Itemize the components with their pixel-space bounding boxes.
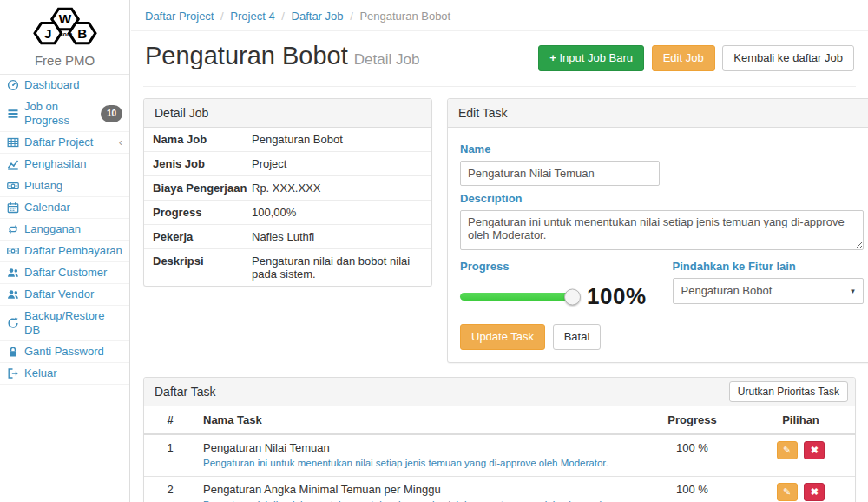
jwb-logo-icon: W J B .com	[16, 4, 114, 50]
chart-line-icon	[7, 158, 19, 170]
sidebar-item-daftar-pembayaran[interactable]: Daftar Pembayaran	[0, 241, 129, 262]
progress-label: Progress	[460, 260, 647, 273]
detail-row-biaya: Biaya Pengerjaan Rp. XXX.XXX	[144, 176, 431, 201]
sidebar-item-piutang[interactable]: Piutang	[0, 175, 129, 197]
pencil-icon: ✎	[783, 486, 791, 498]
progress-slider[interactable]	[460, 293, 573, 301]
task-name-input[interactable]	[460, 161, 660, 186]
sidebar-item-label: Daftar Customer	[24, 266, 107, 280]
chevron-left-icon: ‹	[119, 137, 122, 148]
sidebar-item-label: Ganti Password	[24, 345, 104, 359]
task-description: Pengaturan ini untuk menentukan nilai se…	[203, 457, 631, 469]
breadcrumb-separator: /	[278, 10, 288, 23]
description-label: Description	[460, 192, 864, 205]
task-num: 1	[144, 434, 196, 477]
breadcrumb: Daftar Project / Project 4 / Daftar Job …	[131, 0, 868, 31]
column-header-pilihan: Pilihan	[746, 406, 855, 434]
input-job-baru-button[interactable]: + Input Job Baru	[538, 45, 644, 71]
brand-name: Free PMO	[0, 53, 129, 68]
logo-letter-b: B	[77, 26, 87, 41]
kembali-ke-daftar-job-button[interactable]: Kembali ke daftar Job	[722, 45, 854, 71]
sidebar-item-label: Daftar Project	[24, 135, 93, 149]
pencil-icon: ✎	[783, 445, 791, 456]
sidebar: W J B .com Free PMO Dashboard Job on Pro…	[0, 0, 130, 502]
edit-task-button[interactable]: ✎	[777, 483, 798, 501]
sidebar-item-label: Piutang	[24, 179, 62, 193]
breadcrumb-separator: /	[217, 10, 227, 23]
lock-icon	[7, 346, 19, 358]
sidebar-item-label: Job on Progress	[24, 100, 95, 128]
column-header-num: #	[144, 406, 196, 434]
column-header-progress: Progress	[638, 406, 746, 434]
header-actions: + Input Job Baru Edit Job Kembali ke daf…	[538, 45, 854, 71]
column-header-nama-task: Nama Task	[196, 406, 638, 434]
move-feature-label: Pindahkan ke Fitur lain	[673, 260, 864, 273]
money-icon	[7, 245, 19, 257]
breadcrumb-current: Pengaturan Bobot	[359, 10, 450, 23]
sidebar-item-label: Langganan	[24, 222, 81, 236]
logo-letter-w: W	[58, 11, 71, 26]
page-title-text: Pengaturan Bobot	[145, 42, 348, 69]
sidebar-item-label: Penghasilan	[24, 157, 87, 171]
detail-row-nama-job: Nama Job Pengaturan Bobot	[144, 128, 431, 152]
delete-task-button[interactable]: ✖	[804, 441, 825, 459]
sidebar-item-daftar-project[interactable]: Daftar Project ‹	[0, 132, 129, 154]
sidebar-item-langganan[interactable]: Langganan	[0, 219, 129, 241]
plus-icon: +	[549, 51, 556, 64]
x-icon: ✖	[811, 486, 819, 498]
sidebar-item-keluar[interactable]: Keluar	[0, 363, 129, 385]
sidebar-item-ganti-password[interactable]: Ganti Password	[0, 341, 129, 363]
refresh-icon	[7, 317, 19, 329]
task-description-textarea[interactable]: Pengaturan ini untuk menentukan nilai se…	[460, 210, 864, 250]
sidebar-item-label: Daftar Pembayaran	[24, 244, 122, 258]
sidebar-item-penghasilan[interactable]: Penghasilan	[0, 154, 129, 175]
page-subtitle: Detail Job	[354, 51, 420, 68]
detail-row-progress: Progress 100,00%	[144, 201, 431, 225]
sidebar-item-dashboard[interactable]: Dashboard	[0, 75, 129, 96]
task-progress: 100 %	[638, 477, 746, 502]
sign-out-icon	[7, 367, 19, 380]
update-task-button[interactable]: Update Task	[460, 324, 545, 350]
detail-row-pekerja: Pekerja Nafies Luthfi	[144, 225, 431, 249]
daftar-task-panel-title: Daftar Task	[155, 385, 216, 399]
sidebar-item-daftar-customer[interactable]: Daftar Customer	[0, 262, 129, 284]
table-icon	[7, 136, 19, 149]
sidebar-item-label: Backup/Restore DB	[24, 309, 122, 337]
daftar-task-panel: Daftar Task Urutkan Prioritas Task # Nam…	[143, 377, 856, 502]
edit-task-panel-title: Edit Task	[448, 99, 868, 128]
main-area: Daftar Project / Project 4 / Daftar Job …	[131, 0, 868, 502]
task-description: Pengaturan ini diperlukan untuk menetuka…	[203, 499, 631, 502]
sidebar-item-backup-restore[interactable]: Backup/Restore DB	[0, 306, 129, 341]
sidebar-item-job-on-progress[interactable]: Job on Progress 10	[0, 96, 129, 132]
delete-task-button[interactable]: ✖	[804, 483, 825, 501]
progress-value: 100%	[587, 283, 647, 310]
table-row: 2 Pengaturan Angka Minimal Temuan per Mi…	[144, 477, 855, 502]
detail-job-panel-title: Detail Job	[144, 99, 431, 128]
calendar-icon	[7, 201, 19, 214]
logo-letter-j: J	[44, 26, 51, 41]
name-label: Name	[460, 142, 864, 155]
move-feature-selected: Pengaturan Bobot	[681, 284, 773, 297]
sidebar-item-daftar-vendor[interactable]: Daftar Vendor	[0, 284, 129, 306]
edit-job-button[interactable]: Edit Job	[652, 45, 715, 71]
breadcrumb-link-daftar-job[interactable]: Daftar Job	[292, 10, 344, 23]
app-logo[interactable]: W J B .com Free PMO	[0, 0, 129, 75]
move-feature-select[interactable]: Pengaturan Bobot ▼	[673, 278, 864, 304]
list-icon	[7, 108, 19, 120]
edit-task-panel: Edit Task Name Description Pengaturan in…	[447, 98, 868, 363]
detail-row-deskripsi: Deskripsi Pengaturan nilai dan bobot nil…	[144, 249, 431, 286]
logo-dotcom: .com	[57, 31, 72, 38]
sidebar-item-calendar[interactable]: Calendar	[0, 197, 129, 219]
sidebar-item-label: Dashboard	[24, 78, 80, 92]
breadcrumb-link-daftar-project[interactable]: Daftar Project	[145, 10, 214, 23]
urutkan-prioritas-task-button-top[interactable]: Urutkan Prioritas Task	[729, 381, 848, 402]
detail-job-panel: Detail Job Nama Job Pengaturan Bobot Jen…	[143, 98, 432, 287]
dashboard-icon	[7, 79, 19, 91]
breadcrumb-separator: /	[346, 10, 357, 23]
task-name: Pengaturan Angka Minimal Temuan per Ming…	[203, 483, 631, 496]
breadcrumb-link-project-4[interactable]: Project 4	[230, 10, 274, 23]
users-icon	[7, 267, 19, 279]
batal-button[interactable]: Batal	[553, 324, 602, 350]
edit-task-button[interactable]: ✎	[777, 441, 798, 459]
progress-slider-handle[interactable]	[564, 288, 581, 305]
